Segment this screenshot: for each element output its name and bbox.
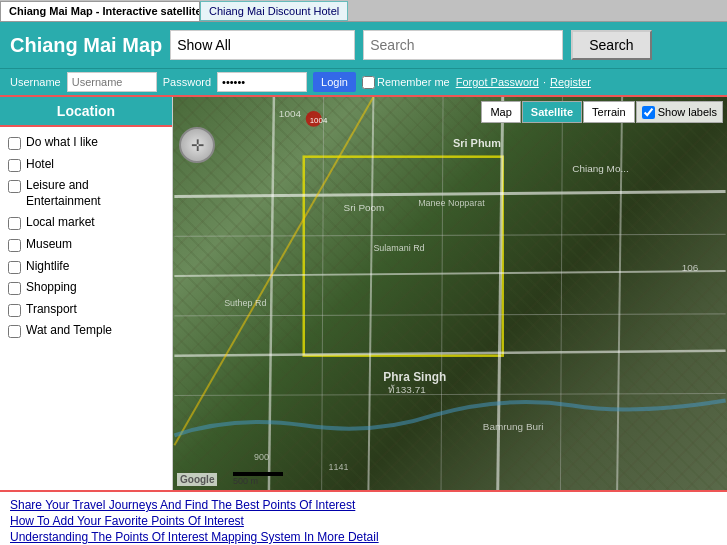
svg-text:Manee Nopparat: Manee Nopparat <box>418 198 485 208</box>
username-label: Username <box>10 76 61 88</box>
footer-link-2[interactable]: Understanding The Points Of Interest Map… <box>10 530 717 544</box>
category-label-5: Nightlife <box>26 259 69 275</box>
svg-line-8 <box>174 234 725 236</box>
category-checkbox-4[interactable] <box>8 239 21 252</box>
sidebar-header: Location <box>0 97 172 127</box>
category-checkbox-2[interactable] <box>8 180 21 193</box>
list-item: Leisure and Entertainment <box>8 178 164 209</box>
svg-text:Sulamani Rd: Sulamani Rd <box>373 243 424 253</box>
category-checkbox-3[interactable] <box>8 217 21 230</box>
category-checkbox-8[interactable] <box>8 325 21 338</box>
login-bar: Username Password Login Remember me Forg… <box>0 68 727 95</box>
search-button[interactable]: Search <box>571 30 651 60</box>
svg-line-9 <box>174 314 725 316</box>
category-label-4: Museum <box>26 237 72 253</box>
sidebar: Location Do what I like Hotel Leisure an… <box>0 97 173 490</box>
category-checkbox-0[interactable] <box>8 137 21 150</box>
login-button[interactable]: Login <box>313 72 356 92</box>
username-input[interactable] <box>67 72 157 92</box>
svg-text:1141: 1141 <box>329 462 349 472</box>
svg-text:Sri Poom: Sri Poom <box>344 202 385 213</box>
svg-text:106: 106 <box>682 262 699 273</box>
list-item: Nightlife <box>8 259 164 275</box>
list-item: Transport <box>8 302 164 318</box>
show-labels-control: Show labels <box>636 101 723 123</box>
map-button[interactable]: Map <box>481 101 520 123</box>
tab-main[interactable]: Chiang Mai Map - Interactive satellite m… <box>0 1 200 21</box>
svg-text:Phra Singh: Phra Singh <box>383 370 446 384</box>
map-type-controls: Map Satellite Terrain Show labels <box>481 101 723 123</box>
category-label-8: Wat and Temple <box>26 323 112 339</box>
showall-input[interactable] <box>170 30 355 60</box>
footer-links: Share Your Travel Journeys And Find The … <box>10 498 717 545</box>
svg-rect-0 <box>304 157 503 356</box>
category-label-7: Transport <box>26 302 77 318</box>
password-label: Password <box>163 76 211 88</box>
terrain-button[interactable]: Terrain <box>583 101 635 123</box>
register-link[interactable]: Register <box>550 76 591 88</box>
footer-link-0[interactable]: Share Your Travel Journeys And Find The … <box>10 498 717 512</box>
footer: Share Your Travel Journeys And Find The … <box>0 490 727 545</box>
svg-text:ท้133.71: ท้133.71 <box>388 384 426 395</box>
show-labels-checkbox[interactable] <box>642 106 655 119</box>
nav-icon: ✛ <box>191 136 204 155</box>
list-item: Shopping <box>8 280 164 296</box>
svg-text:Bamrung Buri: Bamrung Buri <box>483 421 544 432</box>
list-item: Wat and Temple <box>8 323 164 339</box>
svg-text:Chiang Mo...: Chiang Mo... <box>572 163 628 174</box>
forgot-password-link[interactable]: Forgot Password <box>456 76 539 88</box>
category-checkbox-6[interactable] <box>8 282 21 295</box>
nav-circle[interactable]: ✛ <box>179 127 215 163</box>
remember-me-label[interactable]: Remember me <box>362 76 450 89</box>
category-label-2: Leisure and Entertainment <box>26 178 164 209</box>
svg-line-13 <box>560 97 562 490</box>
svg-line-2 <box>174 271 725 276</box>
svg-line-10 <box>174 393 725 395</box>
footer-link-1[interactable]: How To Add Your Favorite Points Of Inter… <box>10 514 717 528</box>
svg-text:900: 900 <box>254 452 269 462</box>
search-input[interactable] <box>363 30 563 60</box>
google-logo: Google <box>177 473 217 486</box>
site-title: Chiang Mai Map <box>10 34 162 57</box>
header: Chiang Mai Map Search <box>0 22 727 68</box>
category-checkbox-5[interactable] <box>8 261 21 274</box>
list-item: Hotel <box>8 157 164 173</box>
map-scale: 500 m <box>233 472 283 486</box>
satellite-button[interactable]: Satellite <box>522 101 582 123</box>
category-label-3: Local market <box>26 215 95 231</box>
tab-bar: Chiang Mai Map - Interactive satellite m… <box>0 0 727 22</box>
svg-text:Suthep Rd: Suthep Rd <box>224 298 266 308</box>
category-label-0: Do what I like <box>26 135 98 151</box>
svg-line-7 <box>617 97 622 490</box>
svg-text:1004: 1004 <box>279 108 302 119</box>
remember-me-checkbox[interactable] <box>362 76 375 89</box>
category-label-1: Hotel <box>26 157 54 173</box>
login-links: Forgot Password · Register <box>456 76 591 88</box>
category-checkbox-7[interactable] <box>8 304 21 317</box>
svg-line-1 <box>174 192 725 197</box>
list-item: Do what I like <box>8 135 164 151</box>
password-input[interactable] <box>217 72 307 92</box>
map-area[interactable]: Sri Phum Chiang Mo... Sri Poom Manee Nop… <box>173 97 727 490</box>
show-labels-text: Show labels <box>658 106 717 118</box>
tab-main-label: Chiang Mai Map - Interactive satellite m… <box>9 5 200 17</box>
svg-line-4 <box>269 97 274 490</box>
list-item: Museum <box>8 237 164 253</box>
tab-ad-label: Chiang Mai Discount Hotel <box>209 5 339 17</box>
svg-text:Sri Phum: Sri Phum <box>453 137 501 149</box>
sidebar-items: Do what I like Hotel Leisure and Enterta… <box>0 127 172 490</box>
map-overlay: Sri Phum Chiang Mo... Sri Poom Manee Nop… <box>173 97 727 490</box>
map-navigation[interactable]: ✛ <box>179 127 215 163</box>
category-label-6: Shopping <box>26 280 77 296</box>
category-checkbox-1[interactable] <box>8 159 21 172</box>
list-item: Local market <box>8 215 164 231</box>
svg-text:1004: 1004 <box>310 116 328 125</box>
tab-ad[interactable]: Chiang Mai Discount Hotel <box>200 1 348 21</box>
main-content: Location Do what I like Hotel Leisure an… <box>0 95 727 490</box>
